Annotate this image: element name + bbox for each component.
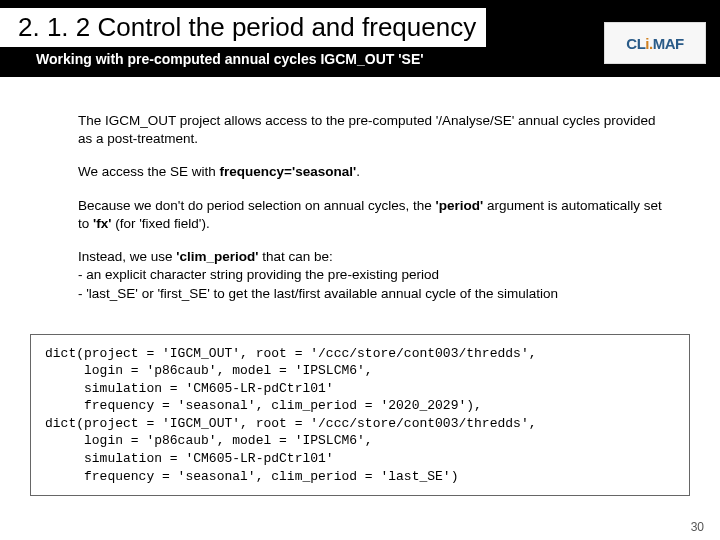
para-2-a: We access the SE with — [78, 164, 220, 179]
para-4-li1: - an explicit character string providing… — [78, 267, 439, 282]
logo-text-i: i. — [645, 35, 652, 52]
para-3: Because we don't do period selection on … — [78, 197, 670, 233]
para-1: The IGCM_OUT project allows access to th… — [78, 112, 670, 148]
para-4: Instead, we use 'clim_period' that can b… — [78, 248, 670, 303]
para-4-li2: - 'last_SE' or 'first_SE' to get the las… — [78, 286, 558, 301]
para-4-b: 'clim_period' — [176, 249, 258, 264]
header-block: 2. 1. 2 Control the period and frequency… — [0, 0, 720, 77]
code-block: dict(project = 'IGCM_OUT', root = '/ccc/… — [30, 334, 690, 496]
slide-title: 2. 1. 2 Control the period and frequency — [0, 8, 486, 47]
body-text: The IGCM_OUT project allows access to th… — [0, 77, 720, 330]
logo-text-pre: CL — [626, 35, 645, 52]
para-4-a: Instead, we use — [78, 249, 176, 264]
para-4-c: that can be: — [259, 249, 333, 264]
para-2-bold: frequency='seasonal' — [220, 164, 357, 179]
para-2: We access the SE with frequency='seasona… — [78, 163, 670, 181]
para-3-e: (for 'fixed field'). — [111, 216, 209, 231]
para-3-a: Because we don't do period selection on … — [78, 198, 436, 213]
para-3-b: 'period' — [436, 198, 484, 213]
climaf-logo: CLi.MAF — [604, 22, 706, 64]
logo-text-post: MAF — [653, 35, 684, 52]
para-2-c: . — [356, 164, 360, 179]
para-3-d: 'fx' — [93, 216, 111, 231]
page-number: 30 — [691, 520, 704, 534]
